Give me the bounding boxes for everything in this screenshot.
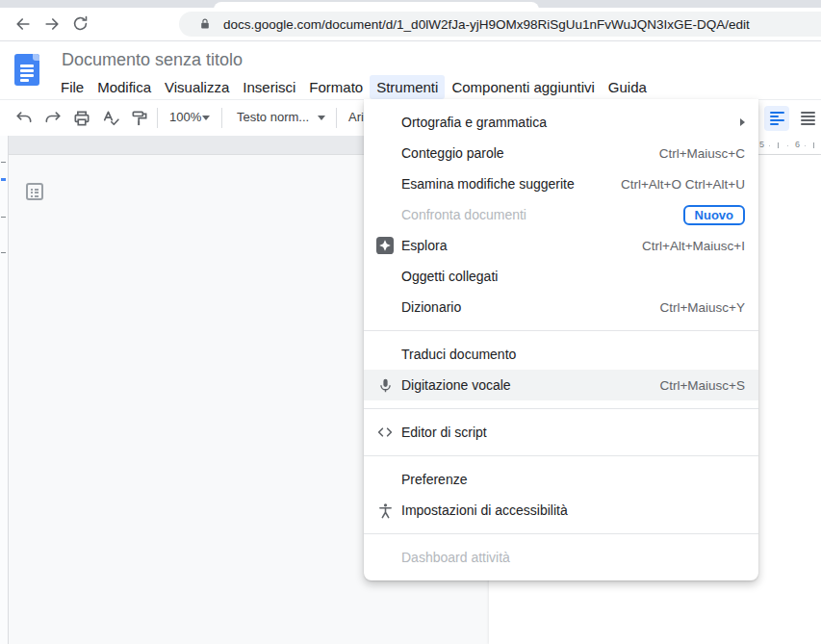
docs-logo-icon[interactable] (14, 54, 39, 86)
browser-toolbar: docs.google.com/document/d/1_d0lW2fJa-yj… (0, 8, 821, 41)
menu-item-conteggio-parole[interactable]: Conteggio paroleCtrl+Maiusc+C (364, 138, 758, 168)
menu-item-oggetti-collegati[interactable]: Oggetti collegati (364, 261, 758, 292)
menu-divider (364, 408, 758, 409)
menubar-item-file[interactable]: File (54, 75, 90, 99)
menu-divider (364, 533, 758, 534)
ruler-tick (769, 145, 770, 146)
toolbar-separator (221, 108, 222, 128)
back-icon[interactable] (13, 14, 33, 34)
menu-item-label: Preferenze (401, 472, 467, 487)
menu-item-label: Traduci documento (401, 347, 516, 362)
lock-icon[interactable] (198, 17, 212, 31)
forward-icon[interactable] (42, 14, 62, 34)
align-left-icon[interactable] (764, 106, 789, 131)
font-select[interactable]: Ari (348, 110, 364, 124)
vertical-ruler-tick (1, 178, 6, 181)
menu-item-label: Ortografia e grammatica (401, 115, 547, 130)
accessibility-icon (375, 501, 395, 520)
vertical-ruler (0, 136, 9, 644)
vertical-ruler-tick (1, 217, 6, 218)
menu-item-label: Confronta documenti (401, 207, 526, 222)
menu-item-shortcut: Ctrl+Alt+O Ctrl+Alt+U (621, 177, 745, 192)
menu-item-dashboard-attivita: Dashboard attività (364, 542, 758, 573)
menubar-item-modifica[interactable]: Modifica (90, 75, 158, 99)
reload-icon[interactable] (71, 14, 90, 34)
menubar-item-visualizza[interactable]: Visualizza (158, 75, 236, 99)
print-icon[interactable] (69, 106, 94, 131)
menu-item-digitazione-vocale[interactable]: Digitazione vocaleCtrl+Maiusc+S (364, 370, 758, 400)
redo-icon[interactable] (40, 106, 65, 131)
menubar-item-guida[interactable]: Guida (602, 75, 654, 99)
vertical-ruler-tick (1, 252, 6, 253)
menubar-item-inserisci[interactable]: Inserisci (236, 75, 302, 99)
menu-item-esamina-modifiche-suggerite[interactable]: Esamina modifiche suggeriteCtrl+Alt+O Ct… (364, 168, 758, 199)
menu-item-label: Digitazione vocale (401, 377, 511, 393)
menu-item-confronta-documenti: Confronta documentiNuovo (364, 199, 758, 230)
spellcheck-icon[interactable] (98, 106, 123, 131)
menu-item-ortografia-e-grammatica[interactable]: Ortografia e grammatica (364, 107, 758, 138)
menu-divider (364, 330, 758, 331)
toolbar-separator (157, 108, 158, 128)
paragraph-style-select[interactable]: Testo norm... (237, 110, 309, 124)
ruler-tick (813, 142, 814, 148)
menu-item-label: Esplora (401, 238, 447, 253)
ruler-tick (787, 145, 788, 146)
explore-icon (375, 236, 395, 255)
menu-divider (364, 455, 758, 456)
document-title[interactable]: Documento senza titolo (62, 50, 243, 70)
docs-header: Documento senza titolo FileModificaVisua… (0, 41, 821, 99)
url-text[interactable]: docs.google.com/document/d/1_d0lW2fJa-yj… (223, 17, 750, 32)
menubar-item-strumenti[interactable]: Strumenti (370, 75, 445, 99)
menu-item-esplora[interactable]: EsploraCtrl+Alt+Maiusc+I (364, 230, 758, 261)
undo-icon[interactable] (12, 106, 37, 131)
menu-item-label: Impostazioni di accessibilità (401, 502, 568, 518)
menu-item-label: Esamina modifiche suggerite (401, 176, 575, 192)
document-outline-icon[interactable] (26, 183, 43, 200)
menubar-item-formato[interactable]: Formato (302, 75, 370, 99)
menu-item-shortcut: Ctrl+Maiusc+S (659, 378, 745, 393)
menu-item-label: Oggetti collegati (401, 269, 498, 284)
ruler-mark: 6 (795, 140, 800, 149)
align-justify-icon[interactable] (795, 106, 820, 131)
menu-item-impostazioni-di-accessibilita[interactable]: Impostazioni di accessibilità (364, 495, 758, 526)
menu-item-traduci-documento[interactable]: Traduci documento (364, 339, 758, 370)
address-bar[interactable]: docs.google.com/document/d/1_d0lW2fJa-yj… (179, 12, 821, 37)
tools-dropdown-menu: Ortografia e grammaticaConteggio paroleC… (364, 99, 758, 580)
browser-tab-strip (0, 0, 821, 8)
docs-menubar: FileModificaVisualizzaInserisciFormatoSt… (54, 74, 654, 99)
zoom-select[interactable]: 100% (169, 110, 201, 124)
vertical-ruler-tick (1, 162, 6, 163)
menu-item-dizionario[interactable]: DizionarioCtrl+Maiusc+Y (364, 292, 758, 322)
menu-item-label: Dashboard attività (401, 550, 510, 565)
toolbar-separator (336, 108, 337, 128)
style-caret-icon[interactable] (318, 116, 325, 120)
menu-item-label: Dizionario (401, 299, 461, 315)
menubar-item-componenti-aggiuntivi[interactable]: Componenti aggiuntivi (445, 75, 601, 99)
new-badge: Nuovo (683, 205, 745, 225)
zoom-caret-icon[interactable] (202, 116, 210, 120)
ruler-tick (778, 142, 779, 148)
menu-item-label: Conteggio parole (401, 145, 504, 161)
microphone-icon (375, 375, 395, 395)
submenu-arrow-icon (740, 118, 745, 126)
menu-item-preferenze[interactable]: Preferenze (364, 464, 758, 495)
google-docs-window: docs.google.com/document/d/1_d0lW2fJa-yj… (0, 0, 821, 644)
ruler-tick (805, 145, 806, 146)
ruler-mark: 5 (759, 140, 764, 149)
paint-format-icon[interactable] (127, 106, 152, 131)
menu-item-shortcut: Ctrl+Alt+Maiusc+I (642, 239, 745, 253)
menu-item-label: Editor di script (401, 425, 487, 440)
menu-item-shortcut: Ctrl+Maiusc+Y (659, 300, 745, 315)
code-icon (375, 423, 395, 442)
menu-item-shortcut: Ctrl+Maiusc+C (659, 146, 745, 161)
menu-item-editor-di-script[interactable]: Editor di script (364, 417, 758, 448)
